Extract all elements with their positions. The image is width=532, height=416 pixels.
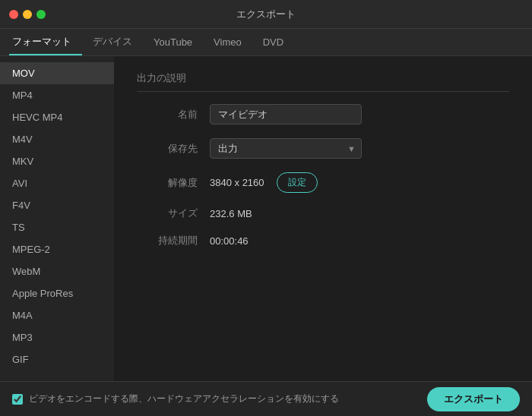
name-row: 名前 xyxy=(137,104,509,124)
sidebar-item-m4v[interactable]: M4V xyxy=(0,128,114,150)
resolution-row: 解像度 3840 x 2160 設定 xyxy=(137,172,509,193)
sidebar-item-apple-prores[interactable]: Apple ProRes xyxy=(0,282,114,304)
export-button[interactable]: エクスポート xyxy=(427,387,520,411)
format-sidebar: MOV MP4 HEVC MP4 M4V MKV AVI F4V TS MPEG… xyxy=(0,56,114,381)
name-label: 名前 xyxy=(137,108,198,121)
size-value: 232.6 MB xyxy=(210,208,252,219)
hardware-acceleration-label: ビデオをエンコードする際、ハードウェアアクセラレーションを有効にする xyxy=(29,392,339,405)
sidebar-item-gif[interactable]: GIF xyxy=(0,348,114,370)
sidebar-item-avi[interactable]: AVI xyxy=(0,172,114,194)
tab-format[interactable]: フォーマット xyxy=(9,28,82,55)
save-to-label: 保存先 xyxy=(137,142,198,156)
close-button[interactable] xyxy=(9,10,18,19)
window-title: エクスポート xyxy=(236,8,296,21)
sidebar-item-mp4[interactable]: MP4 xyxy=(0,84,114,106)
sidebar-item-mpeg2[interactable]: MPEG-2 xyxy=(0,238,114,260)
size-row: サイズ 232.6 MB xyxy=(137,206,509,220)
footer-left: ビデオをエンコードする際、ハードウェアアクセラレーションを有効にする xyxy=(12,392,339,405)
sidebar-item-mkv[interactable]: MKV xyxy=(0,150,114,172)
hardware-acceleration-checkbox[interactable] xyxy=(12,394,23,405)
duration-label: 持続期間 xyxy=(137,234,198,247)
duration-value: 00:00:46 xyxy=(210,235,249,247)
resolution-value: 3840 x 2160 xyxy=(210,177,264,188)
size-label: サイズ xyxy=(137,206,198,220)
tab-youtube[interactable]: YouTube xyxy=(143,28,203,55)
main-layout: MOV MP4 HEVC MP4 M4V MKV AVI F4V TS MPEG… xyxy=(0,56,532,381)
sidebar-item-mov[interactable]: MOV xyxy=(0,62,114,84)
footer: ビデオをエンコードする際、ハードウェアアクセラレーションを有効にする エクスポー… xyxy=(0,381,532,416)
content-area: 出力の説明 名前 保存先 出力 ▼ 解像度 3840 x 2160 設定 xyxy=(114,56,532,381)
minimize-button[interactable] xyxy=(23,10,32,19)
name-input[interactable] xyxy=(210,104,362,124)
traffic-lights xyxy=(9,10,46,19)
tab-device[interactable]: デバイス xyxy=(82,28,143,55)
section-title: 出力の説明 xyxy=(137,71,509,92)
resolution-label: 解像度 xyxy=(137,176,198,190)
resolution-value-row: 3840 x 2160 設定 xyxy=(210,172,318,193)
save-to-select-wrapper: 出力 ▼ xyxy=(210,138,362,159)
sidebar-item-mp3[interactable]: MP3 xyxy=(0,326,114,348)
maximize-button[interactable] xyxy=(36,10,46,19)
duration-row: 持続期間 00:00:46 xyxy=(137,234,509,247)
sidebar-item-ts[interactable]: TS xyxy=(0,216,114,238)
save-to-row: 保存先 出力 ▼ xyxy=(137,138,509,159)
sidebar-item-hevc-mp4[interactable]: HEVC MP4 xyxy=(0,106,114,128)
resolution-settings-button[interactable]: 設定 xyxy=(277,172,318,193)
tab-dvd[interactable]: DVD xyxy=(252,28,294,55)
sidebar-item-f4v[interactable]: F4V xyxy=(0,194,114,216)
save-to-select[interactable]: 出力 xyxy=(210,138,362,159)
sidebar-item-webm[interactable]: WebM xyxy=(0,260,114,282)
tab-vimeo[interactable]: Vimeo xyxy=(203,28,252,55)
title-bar: エクスポート xyxy=(0,0,532,29)
tab-bar: フォーマット デバイス YouTube Vimeo DVD xyxy=(0,29,532,56)
sidebar-item-m4a[interactable]: M4A xyxy=(0,304,114,326)
